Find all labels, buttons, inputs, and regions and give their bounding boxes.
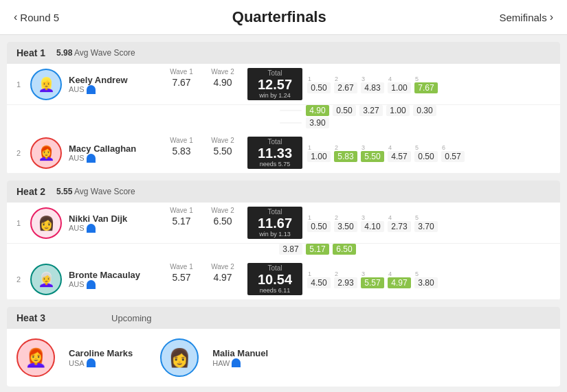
malia-name: Malia Manuel — [212, 348, 268, 358]
heat-3-section: Heat 3 Upcoming 👩‍🦰 Caroline Marks USA 👩… — [7, 307, 560, 387]
nikki-extra: 1 0.50 2 3.50 3 4.10 4 2.73 5 3.70 — [307, 207, 438, 239]
heat-1-title: Heat 1 — [16, 47, 45, 58]
avatar-malia: 👩 — [160, 338, 199, 377]
person-icon — [87, 280, 96, 289]
back-nav[interactable]: ‹ Round 5 — [14, 11, 59, 23]
avatar-caroline: 👩‍🦰 — [16, 338, 55, 377]
top-navigation: ‹ Round 5 Quarterfinals Semifinals › — [0, 0, 567, 35]
heat-2-title: Heat 2 — [16, 186, 45, 197]
bronte-total: Total 10.54 needs 6.11 — [247, 263, 302, 295]
avatar-keely: 👱‍♀️ — [30, 69, 62, 100]
heat-2-section: Heat 2 5.55 Avg Wave Score 1 👩 Nikki Van… — [7, 181, 560, 300]
person-icon — [87, 224, 96, 233]
nikki-info: Nikki Van Dijk AUS — [69, 214, 158, 233]
rank-2: 2 — [16, 149, 26, 157]
heat-1-competitor-2: 2 👩‍🦰 Macy Callaghan AUS Wave 1 5.83 Wav… — [7, 132, 560, 174]
page-title: Quarterfinals — [232, 8, 326, 26]
avatar-macy: 👩‍🦰 — [30, 137, 62, 169]
rank-1: 1 — [16, 80, 26, 89]
caroline-competitor: 👩‍🦰 Caroline Marks USA — [16, 338, 133, 377]
macy-extra: 1 1.00 2 5.83 3 5.50 4 4.57 5 0.50 — [307, 137, 465, 169]
bronte-extra: 1 4.50 2 2.93 3 5.57 4 4.97 5 3.80 — [307, 263, 438, 295]
keely-row3: 3.90 — [7, 117, 560, 132]
nikki-row2: 3.87 5.17 6.50 — [7, 244, 560, 259]
forward-label: Semifinals — [499, 12, 546, 23]
keely-name: Keely Andrew — [69, 75, 158, 85]
keely-wave2-col: Wave 2 4.90 — [202, 68, 243, 100]
nikki-waves: Wave 1 5.17 Wave 2 6.50 Total 11.67 win … — [161, 207, 438, 239]
keely-waves: Wave 1 7.67 Wave 2 4.90 Total 12.57 win … — [161, 68, 438, 100]
nikki-total: Total 11.67 win by 1.13 — [247, 207, 302, 239]
heat-2-header: Heat 2 5.55 Avg Wave Score — [7, 181, 560, 203]
macy-total: Total 11.33 needs 5.75 — [247, 137, 302, 169]
chevron-right-icon: › — [550, 11, 553, 23]
bronte-info: Bronte Macaulay AUS — [69, 270, 158, 289]
keely-total: Total 12.57 win by 1.24 — [247, 68, 302, 100]
caroline-name: Caroline Marks — [69, 348, 133, 358]
malia-country: HAW — [212, 358, 268, 367]
keely-country: AUS — [69, 85, 158, 94]
chevron-left-icon: ‹ — [14, 11, 17, 23]
heat-2-competitor-1: 1 👩 Nikki Van Dijk AUS Wave 1 5.17 Wave … — [7, 203, 560, 244]
forward-nav[interactable]: Semifinals › — [499, 11, 553, 23]
person-icon — [87, 85, 96, 94]
back-label: Round 5 — [20, 12, 59, 23]
keely-extra: 1 0.50 2 2.67 3 4.83 4 1.00 5 7.67 — [307, 68, 438, 100]
macy-waves: Wave 1 5.83 Wave 2 5.50 Total 11.33 need… — [161, 137, 465, 169]
macy-name: Macy Callaghan — [69, 143, 158, 154]
heat-1-avg: 5.98 Avg Wave Score — [56, 48, 135, 58]
heat-1-section: Heat 1 5.98 Avg Wave Score 1 👱‍♀️ Keely … — [7, 42, 560, 174]
heat-3-body: 👩‍🦰 Caroline Marks USA 👩 Malia Manuel HA… — [7, 329, 560, 387]
macy-country: AUS — [69, 154, 158, 163]
person-icon — [87, 154, 96, 163]
heat-3-title: Heat 3 — [16, 312, 45, 323]
heat-3-status: Upcoming — [111, 313, 152, 323]
keely-wave1-col: Wave 1 7.67 — [161, 68, 202, 100]
keely-row2: 4.90 0.50 3.27 1.00 0.30 — [7, 105, 560, 117]
bronte-waves: Wave 1 5.57 Wave 2 4.97 Total 10.54 need… — [161, 263, 438, 295]
heat-2-competitor-2: 2 👩‍🦳 Bronte Macaulay AUS Wave 1 5.57 Wa… — [7, 259, 560, 300]
malia-competitor: 👩 Malia Manuel HAW — [160, 338, 268, 377]
macy-info: Macy Callaghan AUS — [69, 143, 158, 163]
heat-2-avg: 5.55 Avg Wave Score — [56, 187, 135, 196]
heat-1-competitor-1: 1 👱‍♀️ Keely Andrew AUS Wave 1 7.67 Wave… — [7, 64, 560, 105]
avatar-nikki: 👩 — [30, 207, 62, 239]
caroline-country: USA — [69, 358, 133, 367]
avatar-bronte: 👩‍🦳 — [30, 264, 62, 295]
heat-3-header: Heat 3 Upcoming — [7, 307, 560, 329]
keely-info: Keely Andrew AUS — [69, 75, 158, 94]
heat-1-header: Heat 1 5.98 Avg Wave Score — [7, 42, 560, 64]
